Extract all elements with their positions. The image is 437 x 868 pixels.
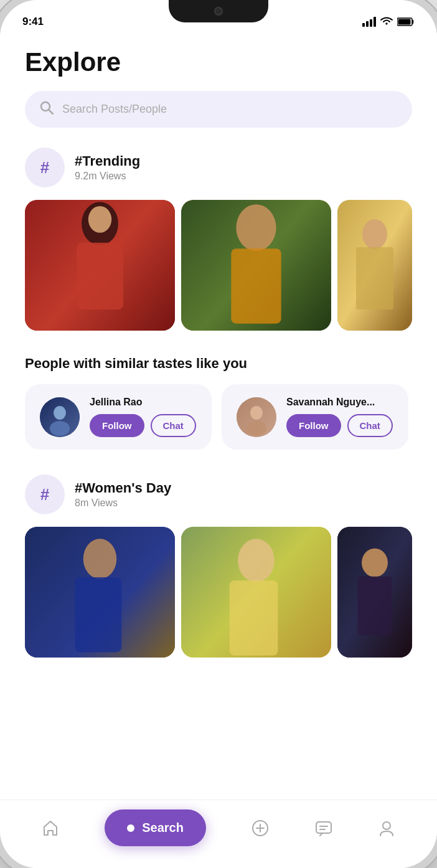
home-icon — [42, 819, 59, 837]
svg-point-11 — [88, 206, 111, 233]
search-placeholder: Search Posts/People — [62, 103, 167, 116]
battery-icon — [397, 17, 415, 26]
nav-search-button[interactable]: Search — [105, 809, 206, 846]
womens-day-section: # #Women's Day 8m Views — [0, 474, 437, 658]
svg-point-22 — [250, 406, 263, 420]
chat-button-2[interactable]: Chat — [347, 414, 393, 437]
person-actions-2: Follow Chat — [286, 414, 393, 437]
trending-image-3[interactable] — [337, 200, 412, 331]
svg-point-16 — [362, 219, 387, 249]
chat-icon — [315, 819, 332, 837]
trending-section-header: # #Trending 9.2m Views — [25, 148, 412, 187]
add-icon — [251, 819, 269, 837]
person-avatar-2 — [237, 397, 276, 437]
page-title: Explore — [25, 47, 412, 77]
svg-rect-26 — [75, 577, 121, 653]
status-icons — [362, 17, 415, 27]
trending-hash-icon: # — [25, 148, 65, 187]
womens-day-image-1[interactable] — [25, 527, 175, 658]
nav-add[interactable] — [251, 819, 269, 837]
person-info-2: Savannah Nguye... Follow Chat — [286, 397, 393, 437]
people-list[interactable]: Jellina Rao Follow Chat — [0, 384, 437, 450]
person-card-2: Savannah Nguye... Follow Chat — [222, 384, 408, 450]
womens-day-info: #Women's Day 8m Views — [75, 480, 171, 509]
trending-image-grid — [25, 200, 412, 331]
status-time: 9:41 — [22, 16, 44, 28]
svg-rect-36 — [316, 822, 331, 833]
bottom-nav: Search — [0, 800, 437, 868]
svg-rect-0 — [362, 23, 365, 27]
womens-day-views: 8m Views — [75, 498, 171, 509]
womens-day-image-grid — [25, 527, 412, 658]
svg-point-13 — [236, 204, 276, 251]
svg-rect-1 — [366, 21, 369, 27]
signal-icon — [362, 17, 376, 27]
people-section-title: People with similar tastes like you — [25, 356, 412, 372]
svg-point-31 — [362, 549, 388, 577]
person-actions-1: Follow Chat — [90, 414, 197, 437]
person-name-1: Jellina Rao — [90, 397, 197, 408]
chat-button-1[interactable]: Chat — [151, 414, 196, 437]
svg-point-23 — [247, 421, 266, 436]
womens-day-header: # #Women's Day 8m Views — [25, 474, 412, 514]
search-dot-icon — [127, 824, 134, 832]
svg-point-39 — [383, 822, 390, 829]
person-avatar-1 — [40, 397, 80, 437]
svg-point-20 — [50, 421, 70, 436]
nav-home[interactable] — [42, 819, 59, 837]
search-icon — [40, 101, 54, 118]
person-name-2: Savannah Nguye... — [286, 397, 393, 408]
womens-day-image-3[interactable] — [337, 527, 412, 658]
womens-day-title: #Women's Day — [75, 480, 171, 496]
svg-rect-5 — [398, 19, 411, 25]
search-bar[interactable]: Search Posts/People — [25, 91, 412, 128]
svg-rect-29 — [230, 580, 278, 656]
scroll-content[interactable]: Explore Search Posts/People # — [0, 35, 437, 868]
nav-search-label: Search — [142, 821, 184, 835]
svg-rect-3 — [374, 17, 376, 27]
nav-profile[interactable] — [378, 819, 395, 837]
notch — [169, 0, 268, 22]
svg-rect-17 — [356, 247, 393, 309]
svg-line-7 — [49, 110, 53, 114]
wifi-icon — [380, 17, 393, 27]
trending-views: 9.2m Views — [75, 171, 140, 182]
person-card-1: Jellina Rao Follow Chat — [25, 384, 212, 450]
svg-rect-32 — [358, 577, 392, 636]
svg-rect-14 — [231, 248, 281, 324]
trending-title: #Trending — [75, 153, 140, 169]
svg-point-25 — [83, 539, 117, 578]
svg-rect-10 — [77, 243, 123, 309]
trending-info: #Trending 9.2m Views — [75, 153, 140, 182]
svg-rect-2 — [370, 19, 372, 27]
svg-point-28 — [238, 539, 275, 582]
nav-chat[interactable] — [315, 819, 332, 837]
follow-button-1[interactable]: Follow — [90, 414, 144, 437]
trending-image-1[interactable] — [25, 200, 175, 331]
womens-day-image-2[interactable] — [181, 527, 331, 658]
follow-button-2[interactable]: Follow — [286, 414, 341, 437]
profile-icon — [378, 819, 395, 837]
front-camera — [214, 7, 223, 16]
trending-image-2[interactable] — [181, 200, 331, 331]
svg-point-19 — [54, 406, 66, 420]
person-info-1: Jellina Rao Follow Chat — [90, 397, 197, 437]
womens-day-hash-icon: # — [25, 474, 65, 514]
